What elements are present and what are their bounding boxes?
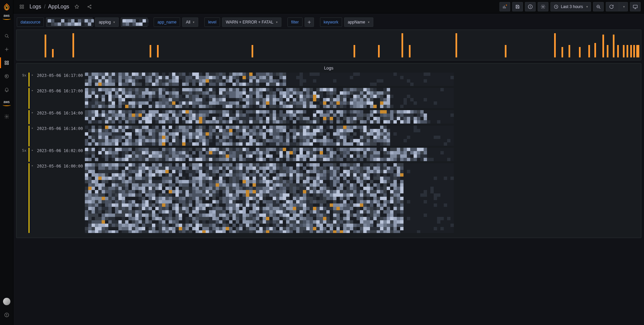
svg-point-18 xyxy=(542,6,544,7)
sidebar-item-help[interactable] xyxy=(0,308,13,322)
filter-value-level[interactable]: WARN + ERROR + FATAL▾ xyxy=(222,17,281,27)
sidebar-item-dashboards[interactable] xyxy=(0,56,13,69)
log-row[interactable]: ▸2023-05-06 16:14:00 xyxy=(19,110,638,124)
sidebar-item-config[interactable] xyxy=(0,110,13,123)
refresh-icon xyxy=(609,4,614,9)
log-row[interactable]: ▸2023-05-06 16:14:00 xyxy=(19,126,638,146)
log-expand-caret[interactable]: ▸ xyxy=(32,88,35,92)
filter-label-filter: filter xyxy=(287,17,303,27)
save-button[interactable] xyxy=(512,2,523,11)
breadcrumb-root[interactable]: Logs xyxy=(30,4,41,9)
filter-datasource-hidden[interactable] xyxy=(46,17,93,27)
filter-hidden-2[interactable] xyxy=(121,17,148,27)
sidebar-item-create[interactable] xyxy=(0,43,13,56)
log-message-redacted xyxy=(85,73,638,87)
svg-point-6 xyxy=(6,116,7,117)
histogram-bar xyxy=(617,45,619,57)
add-panel-button[interactable] xyxy=(499,2,510,11)
alert-icon xyxy=(4,87,9,92)
zoom-out-icon xyxy=(596,4,601,9)
tv-mode-button[interactable] xyxy=(630,2,641,11)
topbar: Logs / AppLogs Last 3 hours xyxy=(13,0,644,13)
histogram-bar xyxy=(354,45,355,57)
histogram-bars xyxy=(20,33,638,57)
log-row[interactable]: ▸2023-05-06 16:17:00 xyxy=(19,88,638,109)
histogram-bar xyxy=(378,45,380,57)
info-button[interactable] xyxy=(525,2,536,11)
sidebar-item-explore[interactable] xyxy=(0,69,13,83)
svg-rect-4 xyxy=(7,63,8,64)
sidebar: aws aws xyxy=(0,0,13,325)
log-timestamp: 2023-05-06 16:14:00 xyxy=(37,110,83,115)
sidebar-item-alerting[interactable] xyxy=(0,83,13,96)
aws-swoosh-icon xyxy=(3,18,11,20)
monitor-icon xyxy=(633,4,638,9)
histogram-bar xyxy=(630,45,632,57)
histogram-bar xyxy=(627,45,628,57)
histogram-bar xyxy=(157,45,159,57)
sidebar-item-user[interactable] xyxy=(0,295,13,308)
log-message-redacted xyxy=(85,126,638,146)
log-expand-caret[interactable]: ▸ xyxy=(32,73,35,77)
filter-value-keyword-text: appName xyxy=(348,20,365,25)
log-row[interactable]: 5x▸2023-05-06 16:02:00 xyxy=(19,148,638,162)
log-timestamp: 2023-05-06 16:00:00 xyxy=(37,163,83,169)
brand-aws-label: aws xyxy=(4,14,10,17)
histogram-bar xyxy=(623,45,625,57)
breadcrumb: Logs / AppLogs xyxy=(30,4,69,10)
log-row[interactable]: 9x▸2023-05-06 16:17:00 xyxy=(19,73,638,87)
log-dup-count: 9x xyxy=(19,73,26,78)
page-title[interactable]: AppLogs xyxy=(48,4,69,9)
log-expand-caret[interactable]: ▸ xyxy=(32,163,35,167)
svg-rect-3 xyxy=(5,63,6,64)
log-expand-caret[interactable]: ▸ xyxy=(32,126,35,130)
share-button[interactable] xyxy=(85,2,95,12)
dashboard-grid-button[interactable] xyxy=(17,2,27,12)
gear-icon xyxy=(540,4,546,9)
log-level-warn-bar xyxy=(29,110,30,124)
plus-icon xyxy=(4,47,9,52)
filter-value-appname[interactable]: All▾ xyxy=(182,17,198,27)
help-icon xyxy=(4,312,9,318)
plus-icon xyxy=(307,19,312,25)
zoom-out-button[interactable] xyxy=(593,2,604,11)
log-expand-caret[interactable]: ▸ xyxy=(32,110,35,114)
filter-add-button[interactable] xyxy=(305,17,314,27)
log-message-redacted xyxy=(85,110,638,124)
filter-label-appname: app_name xyxy=(154,17,180,27)
sidebar-item-search[interactable] xyxy=(0,29,13,43)
filter-value-keyword[interactable]: appName▾ xyxy=(344,17,373,27)
log-level-warn-bar xyxy=(29,126,30,146)
filter-value-appname-text: All xyxy=(186,20,190,25)
histogram-bar xyxy=(252,45,253,57)
star-button[interactable] xyxy=(72,2,82,12)
svg-rect-1 xyxy=(5,61,6,62)
log-message-redacted xyxy=(85,88,638,109)
filter-label-level: level xyxy=(204,17,220,27)
log-expand-caret[interactable]: ▸ xyxy=(32,148,35,152)
log-message-redacted xyxy=(85,163,638,233)
log-timestamp: 2023-05-06 16:17:00 xyxy=(37,88,83,93)
svg-rect-2 xyxy=(7,61,8,62)
log-row[interactable]: ▸2023-05-06 16:00:00 xyxy=(19,163,638,233)
grafana-logo[interactable] xyxy=(0,0,13,13)
chevron-down-icon: ▾ xyxy=(193,20,195,24)
chevron-down-icon: ▾ xyxy=(368,20,370,24)
log-dup-count: 5x xyxy=(19,148,26,153)
settings-button[interactable] xyxy=(538,2,548,11)
histogram-bar xyxy=(638,45,639,57)
svg-point-0 xyxy=(5,34,8,37)
filter-value-datasource[interactable]: applog▾ xyxy=(95,17,119,27)
histogram-bar xyxy=(45,35,46,57)
log-level-warn-bar xyxy=(29,73,30,87)
histogram-panel[interactable] xyxy=(16,30,641,60)
time-range-button[interactable]: Last 3 hours ▾ xyxy=(550,2,591,11)
avatar xyxy=(3,298,10,305)
sidebar-item-aws[interactable]: aws xyxy=(0,96,13,110)
histogram-bar xyxy=(613,35,614,57)
refresh-button[interactable]: ▾ xyxy=(606,2,628,11)
logs-panel-title: Logs xyxy=(16,63,641,71)
log-level-warn-bar xyxy=(29,148,30,162)
log-dup-count xyxy=(19,88,26,89)
filter-value-level-text: WARN + ERROR + FATAL xyxy=(226,20,273,25)
